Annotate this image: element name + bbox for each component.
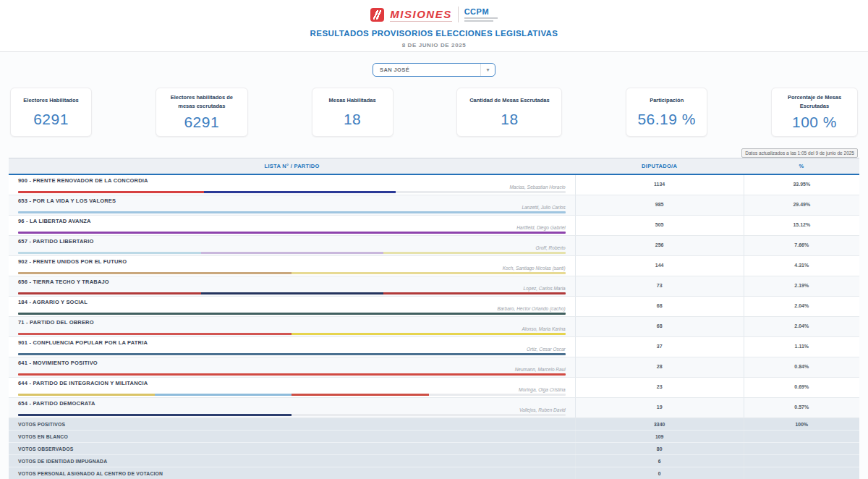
bar-segment	[18, 191, 204, 193]
stat-value: 6291	[184, 114, 219, 131]
district-select[interactable]: SAN JOSÉ ▾	[373, 63, 495, 77]
stat-value: 18	[501, 111, 518, 128]
stat-label: Mesas Habilitadas	[329, 96, 376, 105]
bar-segment	[204, 191, 396, 193]
summary-percent	[744, 431, 859, 443]
party-color-bar	[18, 353, 566, 355]
candidate-name: Vallejos, Ruben David	[18, 407, 566, 412]
summary-percent	[744, 443, 859, 455]
column-header-votes: DIPUTADO/A	[575, 158, 744, 175]
votes-cell: 1134	[575, 174, 744, 195]
candidate-name: Neumann, Marcelo Raul	[18, 367, 566, 372]
ccpm-logo-subtext-line	[464, 20, 493, 22]
candidate-name: Moringa, Olga Cristina	[18, 387, 566, 392]
summary-votes: 6	[575, 455, 744, 467]
summary-percent: 100%	[744, 418, 859, 431]
misiones-logo-text: MISIONES	[390, 8, 451, 22]
summary-percent	[744, 455, 859, 467]
summary-label: VOTOS OBSERVADOS	[9, 443, 575, 455]
bar-segment	[18, 414, 292, 416]
percent-cell: 0.84%	[744, 357, 859, 378]
party-color-bar	[18, 191, 566, 193]
bar-segment	[18, 333, 292, 335]
stat-card: Cantidad de Mesas Escrutadas 18	[456, 88, 562, 137]
page-title: RESULTADOS PROVISORIOS ELECCIONES LEGISL…	[0, 29, 868, 38]
bar-segment	[18, 373, 566, 376]
bar-segment	[292, 333, 565, 335]
summary-label: VOTOS DE IDENTIDAD IMPUGNADA	[9, 455, 575, 467]
percent-cell: 2.19%	[744, 276, 859, 297]
party-row: 900 - FRENTE RENOVADOR DE LA CONCORDIA M…	[9, 174, 859, 195]
votes-cell: 68	[575, 297, 744, 317]
ccpm-logo: CCPM	[464, 7, 498, 22]
party-color-bar	[18, 414, 566, 416]
percent-cell: 0.57%	[744, 398, 859, 418]
party-color-bar	[18, 394, 566, 396]
party-color-bar	[18, 252, 566, 254]
percent-cell: 33.95%	[744, 174, 859, 195]
votes-cell: 144	[575, 256, 744, 276]
percent-cell: 2.04%	[744, 317, 859, 337]
party-row: 96 - LA LIBERTAD AVANZA Hartfield, Diego…	[9, 216, 859, 236]
summary-rows: VOTOS POSITIVOS 3340 100% VOTOS EN BLANC…	[9, 418, 859, 479]
bar-segment	[155, 394, 292, 396]
party-row: 654 - PARTIDO DEMOCRATA Vallejos, Ruben …	[9, 398, 859, 418]
party-color-bar	[18, 333, 566, 335]
bar-segment	[18, 232, 566, 234]
stat-card: Participación 56.19 %	[626, 88, 707, 137]
header: MISIONES CCPM RESULTADOS PROVISORIOS ELE…	[0, 0, 868, 52]
summary-votes: 0	[575, 467, 744, 479]
stat-card: Electores habilitados de mesas escrutada…	[156, 88, 248, 137]
stat-label: Electores Habilitados	[23, 96, 78, 105]
party-name: 96 - LA LIBERTAD AVANZA	[18, 218, 566, 224]
stat-value: 6291	[33, 111, 69, 128]
summary-row: VOTOS OBSERVADOS 80	[9, 443, 859, 455]
party-name: 654 - PARTIDO DEMOCRATA	[18, 400, 566, 407]
stat-card: Porcentaje de Mesas Escrutadas 100 %	[771, 88, 858, 137]
votes-cell: 23	[575, 378, 744, 398]
party-name: 641 - MOVIMIENTO POSITIVO	[18, 360, 566, 366]
candidate-name: Barbaro, Hector Orlando (cacho)	[18, 306, 566, 311]
party-name: 653 - POR LA VIDA Y LOS VALORES	[18, 198, 566, 204]
party-row: 901 - CONFLUENCIA POPULAR POR LA PATRIA …	[9, 337, 859, 357]
party-row: 644 - PARTIDO DE INTEGRACION Y MILITANCI…	[9, 378, 859, 398]
party-name: 71 - PARTIDO DEL OBRERO	[18, 319, 566, 326]
summary-row: VOTOS POSITIVOS 3340 100%	[9, 418, 859, 431]
votes-cell: 505	[575, 216, 744, 236]
party-row: 641 - MOVIMIENTO POSITIVO Neumann, Marce…	[9, 357, 859, 378]
party-row: 653 - POR LA VIDA Y LOS VALORES Lanzetti…	[9, 195, 859, 216]
results-table: LISTA N° / PARTIDO DIPUTADO/A % 900 - FR…	[9, 158, 859, 479]
bar-segment	[383, 252, 566, 254]
note-row: Datos actualizados a las 1:05 del 9 de j…	[0, 145, 868, 154]
stat-label: Participación	[650, 96, 684, 105]
candidate-name: Lanzetti, Julio Carlos	[18, 205, 566, 210]
party-name: 184 - AGRARIO Y SOCIAL	[18, 299, 566, 305]
percent-cell: 0.69%	[744, 378, 859, 398]
party-row: 657 - PARTIDO LIBERTARIO Groff, Roberto …	[9, 236, 859, 256]
party-name: 901 - CONFLUENCIA POPULAR POR LA PATRIA	[18, 339, 566, 346]
summary-row: VOTOS PERSONAL ASIGNADO AL CENTRO DE VOT…	[9, 467, 859, 479]
candidate-name: Macias, Sebastian Horacio	[18, 185, 566, 190]
party-row: 71 - PARTIDO DEL OBRERO Alonso, Maria Ka…	[9, 317, 859, 337]
candidate-name: Ortiz, Cesar Oscar	[18, 347, 566, 352]
party-row: 902 - FRENTE UNIDOS POR EL FUTURO Koch, …	[9, 256, 859, 276]
column-header-percent: %	[744, 158, 859, 175]
bar-segment	[201, 292, 383, 294]
district-select-wrap: SAN JOSÉ ▾	[0, 62, 868, 77]
candidate-name: Groff, Roberto	[18, 245, 566, 250]
party-name: 656 - TIERRA TECHO Y TRABAJO	[18, 279, 566, 285]
bar-segment	[18, 394, 155, 396]
summary-row: VOTOS DE IDENTIDAD IMPUGNADA 6	[9, 455, 859, 467]
votes-cell: 256	[575, 236, 744, 256]
bar-segment	[201, 252, 383, 254]
summary-votes: 3340	[575, 418, 744, 431]
summary-label: VOTOS POSITIVOS	[9, 418, 575, 431]
percent-cell: 4.31%	[744, 256, 859, 276]
votes-cell: 28	[575, 357, 744, 378]
stat-card: Mesas Habilitadas 18	[312, 88, 393, 137]
chevron-down-icon[interactable]: ▾	[480, 64, 495, 76]
district-select-value: SAN JOSÉ	[380, 67, 409, 73]
bar-segment	[292, 394, 428, 396]
candidate-name: Lopez, Carlos Maria	[18, 286, 566, 291]
party-rows: 900 - FRENTE RENOVADOR DE LA CONCORDIA M…	[9, 174, 859, 418]
